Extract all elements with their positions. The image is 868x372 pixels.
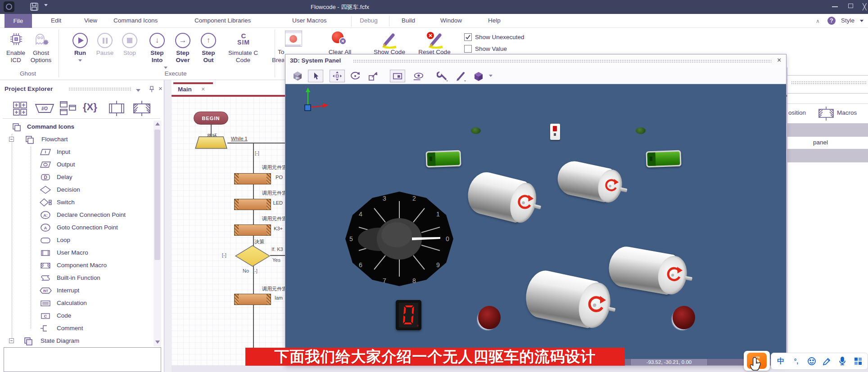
io-icon[interactable]: I/O	[35, 103, 54, 116]
ghost-options-button[interactable]: Ghost Options	[28, 30, 54, 75]
tree-item-delay[interactable]: D Delay	[0, 171, 151, 184]
region-tool[interactable]	[390, 70, 405, 82]
ime-punctuation-toggle[interactable]: °,	[790, 358, 802, 365]
visibility-eye-icon[interactable]	[411, 70, 426, 82]
step-over-button[interactable]: → Step Over	[172, 30, 193, 75]
ime-keyboard-grid-icon[interactable]	[852, 357, 864, 366]
tree-item-loop[interactable]: Loop	[0, 234, 151, 247]
tree-item-calculation[interactable]: Calculation	[0, 297, 151, 309]
component-macro-strip-icon[interactable]	[131, 101, 152, 118]
toggle-breakpoint-button[interactable]	[285, 31, 302, 47]
3d-window-titlebar[interactable]: 3D: System Panel ×	[285, 54, 786, 68]
rotate-tool[interactable]	[348, 70, 363, 82]
green-led[interactable]	[636, 127, 646, 134]
menu-debug[interactable]: Debug	[360, 17, 378, 24]
dc-motor[interactable]	[463, 168, 540, 227]
user-macro-strip-icon[interactable]	[107, 101, 126, 118]
dc-motor[interactable]	[522, 267, 615, 333]
ime-microphone-icon[interactable]	[836, 357, 848, 366]
collapse-marker[interactable]: [-]	[222, 252, 226, 258]
panel-dropdown-icon[interactable]	[136, 89, 140, 92]
tree-item-input[interactable]: Input	[0, 146, 151, 158]
tree-item-declare-connection-point[interactable]: A: Declare Connection Point	[0, 209, 151, 221]
scroll-up-icon[interactable]	[155, 122, 160, 125]
variables-icon[interactable]: {X}	[83, 101, 97, 113]
tree-item-interrupt[interactable]: INT Interrupt	[0, 284, 151, 297]
menu-command-icons[interactable]: Command Icons	[113, 17, 158, 24]
position-label[interactable]: osition	[788, 109, 806, 116]
panel-splitter[interactable]	[164, 80, 172, 372]
ime-language-toggle[interactable]: 中	[775, 357, 787, 366]
ime-handwriting-icon[interactable]	[821, 357, 833, 366]
step-into-button[interactable]: ↓ Step Into	[147, 30, 167, 75]
menu-view[interactable]: View	[84, 17, 97, 24]
cube-display-icon[interactable]	[471, 70, 486, 82]
tree-item-switch[interactable]: Switch	[0, 196, 151, 209]
dc-motor[interactable]	[606, 243, 690, 299]
menu-user-macros[interactable]: User Macros	[292, 17, 327, 24]
rotary-dial[interactable]: 0 1 2 3 4 5 6 7 8 9	[344, 191, 455, 288]
menu-build[interactable]: Build	[402, 17, 415, 24]
step-out-button[interactable]: ↑ Step Out	[198, 30, 219, 75]
close-button[interactable]: ╳	[863, 3, 866, 10]
stop-button[interactable]: Stop	[120, 30, 140, 75]
show-code-button[interactable]	[380, 31, 398, 49]
menu-file[interactable]: File	[5, 14, 32, 28]
reset-code-button[interactable]: ✕	[425, 31, 445, 49]
table-row[interactable]: panel	[787, 137, 868, 149]
decision-node[interactable]	[235, 245, 270, 267]
cube-dropdown-icon[interactable]	[489, 75, 493, 77]
run-button[interactable]: Run	[70, 30, 90, 75]
collapse-marker[interactable]: [-]	[253, 268, 258, 273]
pause-button[interactable]: Pause	[95, 30, 115, 75]
save-icon[interactable]	[30, 2, 39, 13]
scrollbar-thumb[interactable]	[154, 130, 160, 260]
style-menu[interactable]: Style	[841, 17, 854, 24]
begin-node[interactable]: BEGIN	[194, 112, 228, 125]
show-unexecuted-checkbox[interactable]: Show Unexecuted	[464, 33, 524, 41]
scroll-down-icon[interactable]	[155, 341, 160, 344]
red-led[interactable]	[478, 306, 501, 329]
tab-close-icon[interactable]: ×	[201, 85, 205, 93]
menu-edit[interactable]: Edit	[51, 17, 61, 24]
battery-component[interactable]	[646, 150, 681, 168]
red-led[interactable]	[673, 306, 695, 329]
dc-motor[interactable]	[554, 157, 625, 206]
tree-item-flowchart[interactable]: Flowchart	[0, 133, 151, 146]
tree-item-output[interactable]: Output	[0, 158, 151, 171]
tree-item-goto-connection-point[interactable]: A Goto Connection Point	[0, 221, 151, 234]
3d-viewport[interactable]: 0 1 2 3 4 5 6 7 8 9	[285, 84, 786, 359]
explorer-scrollbar[interactable]	[154, 121, 161, 346]
tree-item-command-icons[interactable]: Command Icons	[0, 121, 151, 133]
tree-item-user-macro[interactable]: User Macro	[0, 247, 151, 259]
tab-main[interactable]: Main ×	[173, 84, 213, 95]
menu-window[interactable]: Window	[440, 17, 462, 24]
battery-component[interactable]	[425, 150, 461, 168]
simulate-c-code-button[interactable]: CSIM Simulate C Code	[225, 30, 262, 75]
paint-tool-icon[interactable]	[453, 70, 468, 82]
minimize-button[interactable]	[832, 6, 838, 7]
enable-icd-button[interactable]: Enable ICD	[3, 30, 29, 75]
collapse-marker[interactable]: [-]	[255, 150, 259, 156]
help-icon[interactable]: ?	[827, 17, 836, 25]
tree-item-built-in-function[interactable]: Built-in Function	[0, 272, 151, 284]
macros-label[interactable]: Macros	[837, 109, 857, 116]
select-tool[interactable]	[308, 70, 323, 82]
tree-item-component-macro[interactable]: Component Macro	[0, 259, 151, 272]
scale-tool[interactable]	[366, 70, 381, 82]
3d-window-close-icon[interactable]: ×	[777, 56, 781, 64]
maximize-button[interactable]	[848, 4, 853, 8]
panel-close-icon[interactable]: ×	[158, 85, 163, 92]
wrench-tool-icon[interactable]	[435, 70, 450, 82]
tree-item-comment[interactable]: Comment	[0, 322, 151, 335]
ime-emoji-icon[interactable]	[806, 357, 818, 366]
windows-icon[interactable]	[59, 101, 78, 118]
pin-icon[interactable]	[149, 85, 155, 94]
clear-all-breakpoints-button[interactable]: ✕	[331, 31, 351, 48]
seven-segment-display[interactable]	[396, 300, 421, 330]
loop-start-node[interactable]	[195, 136, 227, 149]
green-led[interactable]	[471, 127, 481, 134]
tree-item-decision[interactable]: Decision	[0, 184, 151, 196]
tree-item-state-diagram[interactable]: State Diagram	[0, 335, 151, 347]
collapse-ribbon-icon[interactable]: ∧	[816, 18, 820, 24]
